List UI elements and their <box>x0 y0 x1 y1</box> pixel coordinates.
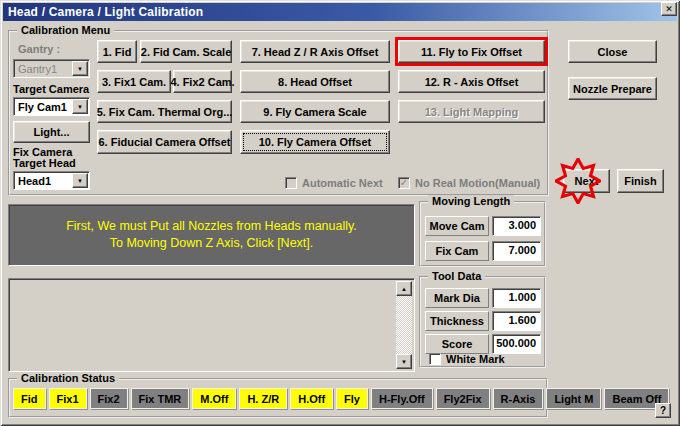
status-chip-fix-tmr: Fix TMR <box>131 388 190 409</box>
light-button[interactable]: Light... <box>13 121 90 143</box>
status-chip-fix1: Fix1 <box>49 388 87 409</box>
move-cam-label: Move Cam <box>425 216 489 236</box>
next-button[interactable]: Next <box>563 169 610 193</box>
status-chip-fly: Fly <box>336 388 368 409</box>
close-button[interactable]: Close <box>568 40 657 63</box>
white-mark-checkbox-box[interactable] <box>429 353 441 365</box>
nozzle-prepare-button[interactable]: Nozzle Prepare <box>568 77 657 100</box>
tool-data-group-label: Tool Data <box>428 270 485 282</box>
close-icon[interactable]: ✕ <box>661 2 677 16</box>
target-camera-value: Fly Cam1 <box>14 101 72 113</box>
fix-camera-label-line2: Target Head <box>13 157 76 169</box>
status-chip-fid: Fid <box>13 388 46 409</box>
menu-button-8-head-offset[interactable]: 8. Head Offset <box>240 70 390 93</box>
gantry-label: Gantry : <box>18 43 60 55</box>
instruction-line1: First, We must Put all Nozzles from Head… <box>66 218 357 235</box>
target-camera-label: Target Camera <box>13 83 89 95</box>
no-real-motion-checkbox: ✓ No Real Motion(Manual) <box>398 177 540 189</box>
target-head-value: Head1 <box>14 175 72 187</box>
scroll-down-icon[interactable]: ▼ <box>396 354 412 369</box>
thickness-label: Thickness <box>425 311 489 331</box>
help-button[interactable]: ? <box>655 403 671 418</box>
menu-button-4-fix2-cam[interactable]: 4. Fix2 Cam. <box>173 70 232 93</box>
status-chip-h-fly-off: H-Fly.Off <box>371 388 433 409</box>
status-chip-h-zr: H. Z/R <box>239 388 287 409</box>
menu-button-10-fly-camera-offset[interactable]: 10. Fly Camera Offset <box>240 130 390 154</box>
menu-button-13-light-mapping: 13. Light Mapping <box>398 100 545 123</box>
no-real-motion-checkbox-box: ✓ <box>398 177 410 189</box>
instruction-line2: To Moving Down Z Axis, Click [Next]. <box>110 235 314 252</box>
target-camera-select[interactable]: Fly Cam1 ▼ <box>13 97 90 116</box>
no-real-motion-label: No Real Motion(Manual) <box>415 177 540 189</box>
status-chip-light-m: Light M <box>546 388 601 409</box>
chevron-down-icon[interactable]: ▼ <box>72 99 88 114</box>
finish-button[interactable]: Finish <box>617 169 664 193</box>
menu-button-9-fly-camera-scale[interactable]: 9. Fly Camera Scale <box>240 100 390 123</box>
mark-dia-label: Mark Dia <box>425 288 489 308</box>
fix-cam-label: Fix Cam <box>425 241 489 261</box>
menu-button-1-fid[interactable]: 1. Fid <box>97 40 137 63</box>
calibration-status-chips: Fid Fix1 Fix2 Fix TMR M.Off H. Z/R H.Off… <box>13 388 669 409</box>
menu-button-6-fiducial-camera-offset[interactable]: 6. Fiducial Camera Offset <box>97 130 232 154</box>
calibration-status-group-label: Calibration Status <box>17 372 119 384</box>
instruction-message: First, We must Put all Nozzles from Head… <box>8 204 415 266</box>
gantry-select: Gantry1 ▼ <box>13 59 90 78</box>
score-field[interactable]: 500.000 <box>492 334 541 354</box>
target-head-select[interactable]: Head1 ▼ <box>13 171 90 190</box>
status-chip-fly2fix: Fly2Fix <box>436 388 490 409</box>
window-title: Head / Camera / Light Calibration <box>8 5 203 19</box>
moving-length-group-label: Moving Length <box>428 195 514 207</box>
menu-button-5-fix-cam-thermal[interactable]: 5. Fix Cam. Thermal Org... <box>97 100 232 123</box>
white-mark-label: White Mark <box>446 353 505 365</box>
calibration-menu-group-label: Calibration Menu <box>17 24 114 36</box>
title-bar[interactable]: Head / Camera / Light Calibration <box>3 3 677 21</box>
menu-button-11-fly-to-fix-offset[interactable]: 11. Fly to Fix Offset <box>398 40 545 63</box>
fix-cam-field[interactable]: 7.000 <box>492 241 541 261</box>
thickness-field[interactable]: 1.600 <box>492 311 541 331</box>
status-chip-m-off: M.Off <box>192 388 236 409</box>
status-chip-r-axis: R-Axis <box>493 388 544 409</box>
menu-button-12-r-axis-offset[interactable]: 12. R - Axis Offset <box>398 70 545 93</box>
white-mark-checkbox[interactable]: White Mark <box>429 353 505 365</box>
chevron-down-icon: ▼ <box>72 61 88 76</box>
menu-button-3-fix1-cam[interactable]: 3. Fix1 Cam. <box>97 70 171 93</box>
menu-button-7-head-zr-axis-offset[interactable]: 7. Head Z / R Axis Offset <box>240 40 390 63</box>
log-listbox[interactable]: ▲ ▼ <box>8 278 415 372</box>
status-chip-fix2: Fix2 <box>90 388 128 409</box>
mark-dia-field[interactable]: 1.000 <box>492 288 541 308</box>
listbox-scrollbar[interactable]: ▲ ▼ <box>396 281 412 369</box>
automatic-next-checkbox-box <box>285 177 297 189</box>
gantry-value: Gantry1 <box>14 63 72 75</box>
scroll-up-icon[interactable]: ▲ <box>396 281 412 296</box>
calibration-dialog: Head / Camera / Light Calibration ✕ Cali… <box>0 0 680 426</box>
score-label: Score <box>425 334 489 354</box>
status-chip-h-off: H.Off <box>290 388 333 409</box>
automatic-next-checkbox: Automatic Next <box>285 177 383 189</box>
move-cam-field[interactable]: 3.000 <box>492 216 541 236</box>
automatic-next-label: Automatic Next <box>302 177 383 189</box>
menu-button-2-fid-cam-scale[interactable]: 2. Fid Cam. Scale <box>140 40 232 63</box>
chevron-down-icon[interactable]: ▼ <box>72 173 88 188</box>
